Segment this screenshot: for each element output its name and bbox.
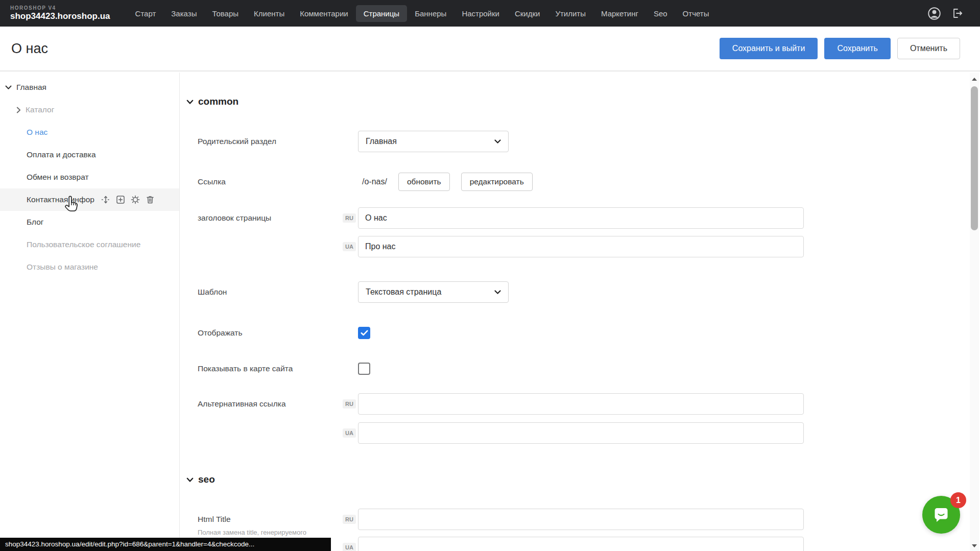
field-label: Отображать [198,322,243,344]
tree-item-actions [101,195,155,204]
nav-item-settings[interactable]: Настройки [454,5,507,22]
sitemap-checkbox[interactable] [358,363,370,375]
template-select[interactable]: Текстовая страница [358,281,509,303]
field-label: Показывать в карте сайта [198,358,293,379]
tree-item-label: Оплата и доставка [27,150,96,159]
page-title-ru-input[interactable] [358,207,804,229]
nav-item-start[interactable]: Старт [128,5,164,22]
lang-badge-ru: RU [336,509,356,530]
field-label: заголовок страницы [198,207,271,229]
lang-badge-ua: UA [336,537,356,551]
alt-link-ua-input[interactable] [358,422,804,444]
nav-item-utilities[interactable]: Утилиты [547,5,593,22]
field-label: Альтернативная ссылка [198,393,286,415]
link-path: /o-nas/ [362,177,387,186]
sitemap-row: Показывать в карте сайта [180,358,970,379]
vertical-scrollbar[interactable] [970,73,979,551]
tree-item-polzovatelskoe-soglashenie[interactable]: Пользовательское соглашение [0,233,179,256]
display-checkbox[interactable] [358,327,370,339]
logo[interactable]: HOROSHOP V4 shop34423.horoshop.ua [10,5,110,21]
hand-cursor-icon [64,195,80,213]
nav-item-reports[interactable]: Отчеты [675,5,717,22]
move-icon[interactable] [101,195,110,204]
tree-item-blog[interactable]: Блог [0,211,179,233]
page-title: О нас [11,41,48,57]
page-title-ua-row: UA [180,236,970,257]
scroll-up-icon[interactable] [970,75,979,83]
tree-item-label: Каталог [26,105,54,114]
nav-item-clients[interactable]: Клиенты [246,5,292,22]
lang-badge-ru: RU [336,393,356,415]
chevron-down-icon [186,477,194,483]
tree-item-kontaktnaya-infor[interactable]: Контактная инфор [0,188,179,211]
cancel-button[interactable]: Отменить [897,38,960,59]
chevron-down-icon [186,100,194,105]
html-title-ru-input[interactable] [358,509,804,530]
tree-item-katalog[interactable]: Каталог [0,99,179,121]
parent-section-row: Родительский раздел Главная [180,131,970,152]
field-label: Html Title [198,509,231,530]
account-icon[interactable] [927,7,941,20]
field-label: Ссылка [198,171,226,193]
lang-badge-ua: UA [336,236,356,257]
logo-shop-name: shop34423.horoshop.ua [10,11,110,21]
browser-status-bar: shop34423.horoshop.ua/edit/edit.php?id=6… [0,538,331,551]
nav-item-seo[interactable]: Seo [646,5,675,22]
parent-section-select[interactable]: Главная [358,131,509,152]
update-link-button[interactable]: обновить [398,173,450,191]
tree-item-label: Контактная инфор [27,195,94,204]
tree-item-label: Отзывы о магазине [27,262,98,272]
field-label: Шаблон [198,281,227,303]
nav-item-products[interactable]: Товары [204,5,246,22]
top-navbar: HOROSHOP V4 shop34423.horoshop.ua Старт … [0,0,980,27]
nav-item-orders[interactable]: Заказы [163,5,204,22]
section-common[interactable]: common [180,94,970,109]
tree-item-label: О нас [27,128,47,137]
alt-link-ua-row: UA [180,422,970,444]
nav-item-banners[interactable]: Баннеры [407,5,454,22]
nav-item-marketing[interactable]: Маркетинг [593,5,646,22]
section-seo[interactable]: seo [180,472,970,487]
nav-item-discounts[interactable]: Скидки [507,5,547,22]
save-button[interactable]: Сохранить [824,38,891,59]
page-title-ua-input[interactable] [358,236,804,257]
gear-icon[interactable] [131,195,140,204]
alt-link-ru-input[interactable] [358,393,804,415]
chevron-down-icon [494,139,501,144]
page-title-ru-row: заголовок страницы RU [180,207,970,229]
tree-item-label: Пользовательское соглашение [27,240,140,249]
select-value: Текстовая страница [366,288,441,297]
nav-item-comments[interactable]: Комментарии [292,5,355,22]
tree-item-label: Главная [16,83,46,92]
page-header: О нас Сохранить и выйти Сохранить Отмени… [0,27,980,71]
tree-item-otzyvy-o-magazine[interactable]: Отзывы о магазине [0,256,179,278]
tree-item-glavnaya[interactable]: Главная [0,76,179,99]
edit-link-button[interactable]: редактировать [461,173,533,191]
tree-item-obmen-i-vozvrat[interactable]: Обмен и возврат [0,166,179,188]
page-edit-form: common Родительский раздел Главная Ссылк… [180,73,970,551]
chevron-down-icon [494,290,501,295]
link-row: Ссылка /o-nas/ обновить редактировать [180,171,970,193]
chevron-right-icon[interactable] [16,107,21,113]
scroll-down-icon[interactable] [970,541,979,550]
trash-icon[interactable] [146,195,155,204]
select-value: Главная [366,137,397,146]
scrollbar-thumb[interactable] [971,86,978,230]
save-and-exit-button[interactable]: Сохранить и выйти [720,38,818,59]
add-icon[interactable] [116,195,125,204]
template-row: Шаблон Текстовая страница [180,281,970,303]
logout-icon[interactable] [951,7,964,19]
chevron-down-icon[interactable] [5,85,12,90]
tree-item-o-nas[interactable]: О нас [0,121,179,143]
main-menu: Старт Заказы Товары Клиенты Комментарии … [128,5,717,22]
checkmark-icon [361,330,368,336]
nav-item-pages[interactable]: Страницы [356,5,407,22]
section-title: common [198,96,238,107]
html-title-ua-input[interactable] [358,537,804,551]
logo-version: HOROSHOP V4 [10,5,110,11]
html-title-ru-row: Html Title RU [180,509,970,530]
chat-unread-badge: 1 [950,492,966,508]
pages-tree-sidebar: Главная Каталог О нас Оплата и доставка … [0,73,180,551]
tree-item-label: Блог [27,218,44,227]
tree-item-oplata-i-dostavka[interactable]: Оплата и доставка [0,143,179,166]
